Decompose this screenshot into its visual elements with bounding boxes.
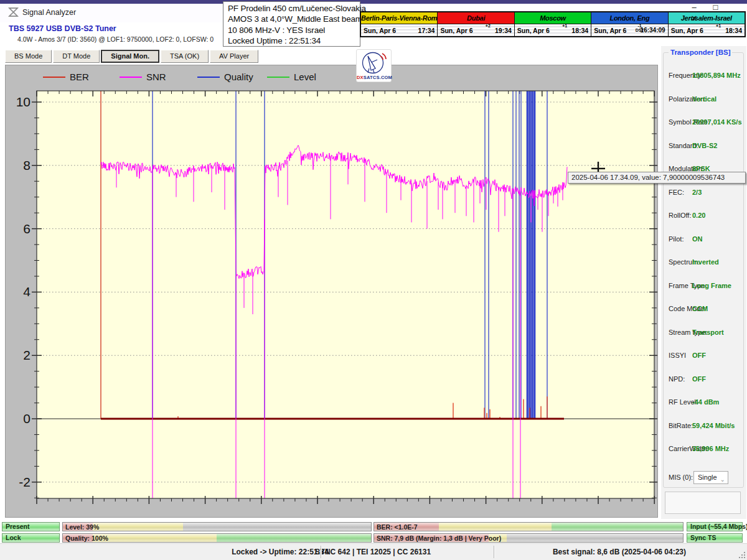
tuner-details: 4.0W - Amos 3/7 (ID: 3560) @ LOF1: 97500… — [17, 35, 214, 43]
meter-snr: SNR: 7,9 dB (Margin: 1,3 dB | Very Poor) — [374, 533, 684, 543]
mode-tabs: BS ModeDT ModeSignal Mon.TSA (OK)AV Play… — [5, 50, 258, 63]
tp-row-fec: FEC:2/3 — [664, 189, 745, 198]
tp-row-rflevel: RF Level:-44 dBm — [664, 398, 745, 408]
clock-berlin-paris-vienna-roma: Berlin-Paris-Vienna-RomaSun, Apr 617:34 — [361, 12, 438, 36]
legend-line-icon — [267, 77, 289, 78]
legend-snr: SNR — [120, 71, 166, 81]
tp-row-codemode: Code Mode:CCM — [664, 305, 745, 315]
meter-level: Level: 39% — [62, 522, 372, 531]
status-sync-counters: SYNC 642 | TEI 12025 | CC 26131 — [315, 548, 431, 556]
legend-level: Level — [267, 71, 316, 81]
tp-row-frametype: Frame Type:Long Frame — [664, 282, 745, 292]
status-separator — [494, 546, 494, 558]
meter-ber: BER: <1.0E-7 — [374, 522, 684, 531]
tab-dt-mode[interactable]: DT Mode — [53, 50, 100, 63]
clock-time-row: Sun, Apr 6-1DST16:34:09 — [591, 24, 667, 36]
svg-text:6: 6 — [23, 222, 31, 236]
mis-label: MIS (0): — [669, 474, 693, 481]
signal-chart[interactable]: 1086420-2 — [6, 85, 657, 517]
signal-analyzer-window: Signal Analyzer – □ ✕ PF Prodelin 450 cm… — [0, 0, 747, 560]
titlebar: Signal Analyzer — [0, 4, 224, 22]
tab-bs-mode[interactable]: BS Mode — [5, 50, 52, 63]
tab-signal-mon-[interactable]: Signal Mon. — [101, 50, 159, 63]
clock-city-label: Jerusalem-Israel — [669, 12, 745, 24]
clock-time-row: Sun, Apr 617:34 — [361, 24, 437, 36]
dxsatcs-logo: DXSATCS.COM — [356, 49, 392, 82]
satellite-dish-icon — [357, 50, 391, 76]
led-present: Present — [2, 522, 60, 531]
app-title: Signal Analyzer — [22, 8, 76, 17]
chart-legend: BERSNRQualityLevel — [6, 65, 657, 85]
clock-city-label: Moscow — [515, 12, 591, 24]
mis-row: MIS (0): Single ⌄ — [664, 471, 745, 485]
tuner-name: TBS 5927 USB DVB-S2 Tuner — [9, 24, 116, 33]
transponder-groupbox: Transponder [BS] Frequency:10805,894 MHz… — [663, 52, 744, 488]
status-separator — [321, 546, 321, 558]
chart-tooltip: 2025-04-06 17.34.09, value: 7,9000000953… — [568, 172, 746, 184]
clock-city-label: Berlin-Paris-Vienna-Roma — [361, 12, 437, 24]
empty-panel — [665, 492, 741, 514]
clock-moscow: MoscowSun, Apr 6+118:34 — [515, 12, 591, 36]
statusbar: Locked -> Uptime: 22:51:34 SYNC 642 | TE… — [0, 543, 747, 560]
legend-line-icon — [43, 77, 65, 78]
minimize-button[interactable]: – — [685, 2, 703, 12]
tp-row-streamtype: Stream type:Transport — [664, 329, 745, 338]
tp-row-polarization: Polarization:Vertical — [664, 95, 745, 105]
info-line-frequency: 10 806 MHz-V : YES Israel — [228, 25, 360, 35]
info-line-uptime: Locked Uptime : 22:51:34 — [228, 35, 360, 46]
led-sync-ts: Sync TS — [687, 533, 743, 543]
svg-text:10: 10 — [16, 95, 31, 109]
window-controls: – □ ✕ — [685, 1, 746, 12]
tab-tsa-ok-[interactable]: TSA (OK) — [161, 50, 209, 63]
tp-row-frequency: Frequency:10805,894 MHz — [664, 72, 745, 82]
clock-time-row: Sun, Apr 6+219:34 — [438, 24, 514, 36]
tab-av-player[interactable]: AV Player — [210, 50, 258, 63]
transponder-title: Transponder [BS] — [669, 49, 732, 56]
tp-row-rolloff: RollOff:0.20 — [664, 212, 745, 222]
legend-quality: Quality — [197, 71, 253, 81]
status-best-signal: Best signal: 8,6 dB (2025-04-06 04:23) — [553, 548, 686, 556]
clock-time-row: Sun, Apr 6+118:34 — [515, 24, 591, 36]
led-lock: Lock — [2, 533, 60, 543]
info-line-antenna: PF Prodelin 450 cm/Lučenec-Slovakia — [228, 3, 360, 14]
tp-row-bitrate: BitRate:59,424 Mbit/s — [664, 422, 745, 432]
legend-line-icon — [197, 77, 220, 78]
tp-row-spectrum: Spectrum:Inverted — [664, 258, 745, 268]
legend-line-icon — [120, 77, 142, 78]
tp-row-carrierwidth: CarrierWidth:35,996 MHz — [664, 445, 745, 455]
transponder-panel: Transponder [BS] Frequency:10805,894 MHz… — [661, 46, 746, 519]
app-icon — [8, 7, 19, 17]
led-input-mbps-: Input (~55,4 Mbps) — [687, 522, 743, 531]
maximize-button[interactable]: □ — [706, 2, 725, 12]
info-line-satellite: AMOS 3 at 4,0°W_Middle East beam — [228, 14, 360, 24]
tp-row-symbolrate: Symbol Rate:29997,014 KS/s — [664, 118, 745, 128]
reception-info: PF Prodelin 450 cm/Lučenec-Slovakia AMOS… — [223, 1, 360, 47]
legend-ber: BER — [43, 71, 89, 81]
clock-dubai: DubaiSun, Apr 6+219:34 — [438, 12, 514, 36]
tp-row-npd: NPD:OFF — [664, 375, 745, 385]
svg-text:-2: -2 — [19, 475, 31, 489]
clock-jerusalem-israel: Jerusalem-IsraelSun, Apr 6+118:34 — [669, 12, 745, 36]
clock-city-label: Dubai — [438, 12, 514, 24]
mis-dropdown[interactable]: Single ⌄ — [693, 471, 728, 484]
svg-text:8: 8 — [23, 158, 31, 172]
svg-text:0: 0 — [23, 411, 31, 426]
meter-quality: Quality: 100% — [62, 533, 372, 543]
mis-value: Single — [698, 474, 717, 481]
svg-text:2: 2 — [23, 348, 31, 362]
logo-text: DXSATCS.COM — [357, 75, 391, 80]
status-uptime: Locked -> Uptime: 22:51:34 — [232, 548, 329, 556]
tp-row-issyi: ISSYIOFF — [664, 352, 745, 362]
clock-london-eng: London, EngSun, Apr 6-1DST16:34:09 — [591, 12, 668, 36]
close-button[interactable]: ✕ — [685, 14, 703, 23]
clock-city-label: London, Eng — [591, 12, 667, 24]
tp-row-pilot: Pilot:ON — [664, 235, 745, 245]
chevron-down-icon: ⌄ — [720, 474, 725, 485]
clock-time-row: Sun, Apr 6+118:34 — [669, 24, 745, 36]
tp-row-standard: Standard:DVB-S2 — [664, 142, 745, 152]
svg-text:4: 4 — [23, 284, 31, 299]
resize-grip[interactable] — [738, 551, 746, 559]
signal-chart-panel: BERSNRQualityLevel 1086420-2 — [5, 65, 658, 518]
